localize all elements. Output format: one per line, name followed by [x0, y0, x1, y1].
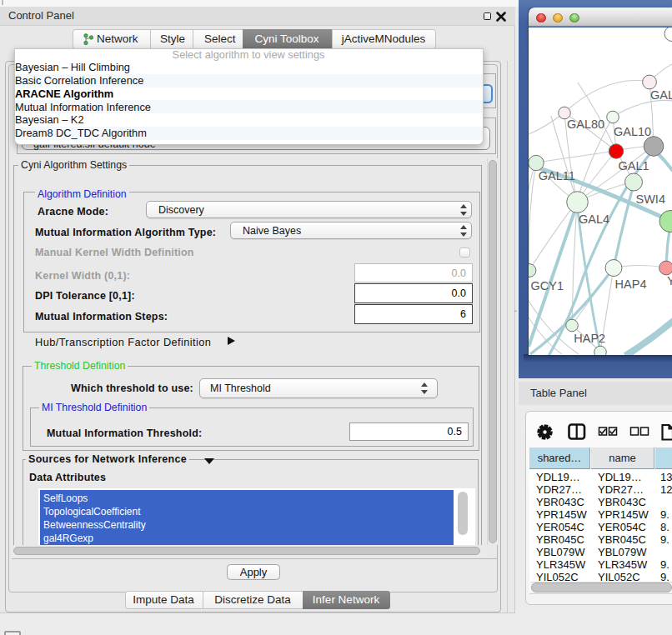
svg-text:HAP2: HAP2	[574, 332, 605, 345]
svg-text:Y: Y	[667, 273, 672, 287]
svg-text:HAP4: HAP4	[615, 277, 647, 290]
svg-text:GAL4: GAL4	[579, 212, 609, 226]
svg-text:GAL10: GAL10	[614, 125, 651, 138]
svg-text:GCY1: GCY1	[531, 278, 564, 292]
svg-text:GAL11: GAL11	[539, 168, 575, 182]
svg-text:SWI4: SWI4	[636, 192, 665, 206]
svg-text:GAL1: GAL1	[619, 158, 649, 172]
svg-text:GAL7: GAL7	[650, 88, 672, 101]
svg-text:GAL80: GAL80	[567, 117, 604, 130]
